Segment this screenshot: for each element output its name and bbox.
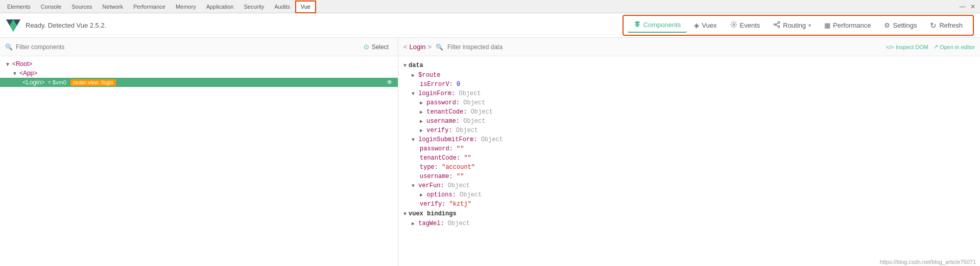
- select-label: Select: [372, 43, 389, 51]
- tagwel-key: tagWel:: [415, 220, 444, 227]
- tab-sources[interactable]: Sources: [66, 0, 97, 13]
- right-actions: </> Inspect DOM ↗ Open in editor: [886, 43, 975, 50]
- tab-audits[interactable]: Audits: [269, 0, 295, 13]
- nav-events-label: Events: [740, 21, 760, 29]
- password-key: password:: [423, 99, 460, 106]
- tab-console[interactable]: Console: [36, 0, 66, 13]
- tab-vue[interactable]: Vue: [295, 1, 316, 13]
- tab-application[interactable]: Application: [201, 0, 239, 13]
- select-icon: ⊙: [364, 43, 369, 51]
- data-row-tagwel[interactable]: ▶ tagWel: Object: [398, 219, 980, 228]
- window-controls: — ✕: [958, 2, 978, 12]
- minimize-button[interactable]: —: [958, 2, 968, 12]
- tab-network[interactable]: Network: [98, 0, 128, 13]
- right-toolbar: < Login > 🔍 </> Inspect DOM ↗ Open in ed…: [398, 38, 980, 56]
- nav-components-label: Components: [643, 21, 681, 29]
- verify-key: verify:: [423, 127, 452, 134]
- filter-input-container: 🔍: [5, 43, 360, 51]
- filter-data-input[interactable]: [447, 43, 524, 51]
- settings-icon: ⚙: [884, 21, 890, 29]
- tenantcode-value: Object: [467, 108, 492, 116]
- submit-tenantcode-key: tenantCode:: [420, 154, 460, 162]
- data-row-username[interactable]: ▶ username: Object: [398, 117, 980, 126]
- vue-nav-bar: Components ◈ Vuex Events Routing ▾ ▦ Per…: [623, 15, 974, 36]
- data-row-options[interactable]: ▶ options: Object: [398, 190, 980, 199]
- right-panel: < Login > 🔍 </> Inspect DOM ↗ Open in ed…: [398, 38, 980, 266]
- password-value: Object: [460, 99, 485, 106]
- component-title: < Login >: [403, 43, 432, 51]
- left-toolbar: 🔍 ⊙ Select: [0, 38, 398, 56]
- inspect-dom-button[interactable]: </> Inspect DOM: [886, 44, 928, 50]
- username-value: Object: [460, 118, 485, 125]
- nav-performance[interactable]: ▦ Performance: [818, 19, 877, 32]
- svg-point-7: [778, 26, 780, 28]
- tree-item-login[interactable]: <Login> = $vm0 router-view: /login 👁: [0, 78, 398, 87]
- tab-security[interactable]: Security: [238, 0, 269, 13]
- data-row-loginsubmitform[interactable]: ▼ loginSubmitForm: Object: [398, 135, 980, 144]
- submit-password-value: "": [453, 145, 464, 152]
- status-url: https://blog.csdn.net/blog_article75071: [880, 259, 976, 265]
- open-editor-icon: ↗: [934, 43, 938, 50]
- verifyfun-value: "kztj": [445, 201, 471, 208]
- tab-performance[interactable]: Performance: [128, 0, 171, 13]
- data-row-tenantcode[interactable]: ▶ tenantCode: Object: [398, 107, 980, 117]
- nav-routing[interactable]: Routing ▾: [767, 18, 817, 32]
- nav-routing-label: Routing: [783, 21, 806, 29]
- loginform-value: Object: [455, 90, 481, 97]
- main-content: 🔍 ⊙ Select ▼ <Root> ▼ <App> <Login> =: [0, 38, 980, 266]
- data-row-verfun[interactable]: ▼ verFun: Object: [398, 181, 980, 190]
- data-row-password[interactable]: ▶ password: Object: [398, 98, 980, 107]
- data-row-loginform[interactable]: ▼ loginForm: Object: [398, 89, 980, 98]
- eye-icon: 👁: [387, 79, 393, 86]
- data-inspector: ▼ data ▶ $route isErrorV: 0 ▼ loginForm:: [398, 56, 980, 266]
- data-section-label: data: [409, 62, 423, 69]
- data-section-header[interactable]: ▼ data: [398, 60, 980, 71]
- nav-components[interactable]: Components: [628, 18, 687, 33]
- nav-settings-label: Settings: [893, 21, 917, 29]
- vuex-icon: ◈: [694, 21, 699, 29]
- verifyfun-key: verify:: [420, 201, 445, 208]
- vue-ready-label: Ready. Detected Vue 2.5.2.: [26, 21, 623, 29]
- nav-refresh-label: Refresh: [939, 21, 963, 29]
- tagwel-value: Object: [444, 220, 470, 227]
- tree-item-app[interactable]: ▼ <App>: [0, 69, 398, 78]
- data-row-verify[interactable]: ▶ verify: Object: [398, 126, 980, 135]
- options-key: options:: [423, 191, 456, 198]
- loginform-key: loginForm:: [415, 90, 455, 97]
- login-component-name: <Login>: [22, 79, 44, 86]
- svg-line-9: [776, 25, 778, 26]
- vuex-bindings-section-label: vuex bindings: [409, 210, 457, 217]
- tree-item-root[interactable]: ▼ <Root>: [0, 59, 398, 69]
- tab-memory[interactable]: Memory: [171, 0, 201, 13]
- nav-performance-label: Performance: [833, 21, 871, 29]
- vuex-bindings-section-header[interactable]: ▼ vuex bindings: [398, 209, 980, 219]
- root-component-name: <Root>: [12, 60, 32, 68]
- nav-settings[interactable]: ⚙ Settings: [878, 19, 923, 32]
- root-chevron-icon: ▼: [5, 61, 10, 67]
- username-key: username:: [423, 118, 460, 125]
- loginsubmitform-value: Object: [477, 136, 503, 143]
- app-component-name: <App>: [19, 70, 37, 77]
- options-value: Object: [456, 191, 482, 198]
- events-icon: [730, 21, 737, 30]
- router-badge: router-view: /login: [70, 79, 116, 86]
- tab-elements[interactable]: Elements: [2, 0, 36, 13]
- close-button[interactable]: ✕: [968, 2, 978, 12]
- data-row-route[interactable]: ▶ $route: [398, 71, 980, 80]
- refresh-icon: ↻: [930, 21, 937, 30]
- nav-refresh[interactable]: ↻ Refresh: [924, 18, 969, 33]
- app-chevron-icon: ▼: [12, 71, 17, 76]
- nav-vuex-label: Vuex: [702, 21, 716, 29]
- submit-username-key: username:: [420, 173, 453, 180]
- nav-events[interactable]: Events: [724, 18, 767, 32]
- open-editor-button[interactable]: ↗ Open in editor: [934, 43, 975, 50]
- verify-value: Object: [452, 127, 478, 134]
- iserrorv-key: isErrorV:: [420, 81, 453, 88]
- select-button[interactable]: ⊙ Select: [360, 41, 393, 52]
- inspected-component-name: Login: [410, 43, 426, 51]
- svg-line-8: [776, 23, 778, 25]
- nav-vuex[interactable]: ◈ Vuex: [688, 19, 723, 32]
- filter-components-input[interactable]: [16, 43, 360, 51]
- svg-point-5: [774, 24, 776, 26]
- submit-password-key: password:: [420, 145, 453, 152]
